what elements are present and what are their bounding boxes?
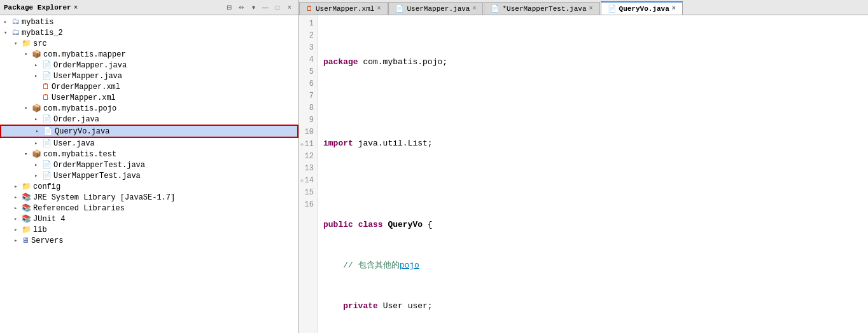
tree-item-ordermappertest-java[interactable]: ▸ 📄 OrderMapperTest.java — [0, 160, 298, 170]
arrow-icon: ▸ — [34, 161, 42, 168]
code-line-2 — [323, 97, 863, 109]
java-tab-icon: 📄 — [395, 4, 404, 13]
tab-usermapper-xml[interactable]: 🗒 UserMapper.xml × — [299, 2, 388, 15]
line-num-10: 10 — [302, 126, 314, 139]
tree-item-mybatis[interactable]: ▸ 🗂 mybatis — [0, 17, 298, 27]
arrow-icon: ▾ — [24, 51, 32, 58]
menu-button[interactable]: ▾ — [248, 3, 258, 13]
code-line-3: import java.util.List; — [323, 137, 863, 149]
config-icon: 📁 — [22, 182, 31, 191]
tab-close-icon[interactable]: × — [672, 5, 676, 12]
tree-item-order-java[interactable]: ▸ 📄 Order.java — [0, 114, 298, 125]
arrow-icon: ▸ — [14, 215, 22, 222]
tree-item-config[interactable]: ▸ 📁 config — [0, 181, 298, 192]
package-icon: 📦 — [32, 149, 41, 159]
arrow-icon: ▸ — [14, 226, 22, 233]
line-num-15: 15 — [302, 187, 314, 199]
tree-item-test-pkg[interactable]: ▾ 📦 com.mybatis.test — [0, 149, 298, 160]
tree-item-mapper-pkg[interactable]: ▾ 📦 com.mybatis.mapper — [0, 49, 298, 60]
tree-item-reflib[interactable]: ▸ 📚 Referenced Libraries — [0, 203, 298, 214]
tab-close-icon[interactable]: × — [472, 5, 476, 12]
arrow-icon: ▸ — [4, 18, 11, 25]
java-icon: 📄 — [43, 126, 53, 136]
tree-item-lib[interactable]: ▸ 📁 lib — [0, 224, 298, 235]
link-editor-button[interactable]: ⇔ — [236, 3, 246, 13]
tree-item-label: JRE System Library [JavaSE-1.7] — [33, 193, 175, 202]
xml-tab-icon: 🗒 — [306, 4, 313, 13]
code-line-7: private User user; — [323, 300, 863, 312]
tab-label: QueryVo.java — [619, 5, 669, 13]
tree-item-jre[interactable]: ▸ 📚 JRE System Library [JavaSE-1.7] — [0, 192, 298, 203]
arrow-icon: ▸ — [36, 128, 43, 135]
package-icon: 📦 — [32, 104, 41, 113]
xml-icon: 🗒 — [42, 93, 50, 102]
tree-item-label: OrderMapper.xml — [52, 83, 120, 92]
tree-item-user-java[interactable]: ▸ 📄 User.java — [0, 138, 298, 149]
arrow-icon: ▾ — [14, 40, 22, 47]
tab-close-icon[interactable]: × — [589, 5, 593, 12]
line-num-4: 4 — [302, 54, 314, 66]
arrow-icon: ▸ — [34, 72, 42, 79]
tree-item-label: lib — [33, 226, 47, 234]
code-area[interactable]: package com.mybatis.pojo; import java.ut… — [318, 15, 868, 333]
arrow-icon: ▾ — [24, 151, 32, 158]
tree-item-servers[interactable]: ▸ 🖥 Servers — [0, 235, 298, 246]
tree-item-label: com.mybatis.test — [43, 150, 116, 159]
line-num-7: 7 — [302, 90, 314, 102]
arrow-icon: ▸ — [14, 237, 22, 244]
main-layout: Package Explorer × ⊟ ⇔ ▾ — □ × ▸ 🗂 mybat… — [0, 0, 868, 333]
arrow-icon: ▸ — [14, 205, 22, 212]
tab-usermappertest-java[interactable]: 📄 *UserMapperTest.java × — [484, 2, 599, 15]
collapse-all-button[interactable]: ⊟ — [224, 3, 234, 13]
tree-item-mybatis2[interactable]: ▾ 🗂 mybatis_2 — [0, 27, 298, 38]
java-icon: 📄 — [42, 60, 52, 70]
arrow-icon: ▸ — [34, 94, 42, 101]
tree-item-junit4[interactable]: ▸ 📚 JUnit 4 — [0, 214, 298, 224]
java-tab-icon: 📄 — [491, 4, 500, 13]
tree-item-usermapper-java[interactable]: ▸ 📄 UserMapper.java — [0, 71, 298, 81]
tree-item-label: mybatis — [22, 18, 53, 27]
tree-item-ordermapper-xml[interactable]: ▸ 🗒 OrderMapper.xml — [0, 81, 298, 92]
maximize-button[interactable]: □ — [272, 3, 283, 13]
panel-close-icon[interactable]: × — [74, 4, 78, 11]
editor-tabs: 🗒 UserMapper.xml × 📄 UserMapper.java × 📄… — [299, 0, 868, 15]
line-num-14: 14⊖ — [302, 175, 314, 187]
line-num-9: 9 — [302, 114, 314, 126]
minimize-button[interactable]: — — [260, 3, 270, 13]
line-num-1: 1 — [302, 18, 314, 30]
tab-usermapper-java[interactable]: 📄 UserMapper.java × — [388, 2, 483, 15]
junit-icon: 📚 — [22, 214, 31, 224]
panel-header: Package Explorer × ⊟ ⇔ ▾ — □ × — [0, 0, 298, 15]
server-icon: 🖥 — [22, 236, 29, 245]
java-icon: 📄 — [42, 71, 52, 81]
tree-item-label: config — [33, 182, 60, 191]
tree-item-queryvo-java[interactable]: ▸ 📄 QueryVo.java — [0, 125, 298, 138]
tab-close-icon[interactable]: × — [377, 5, 381, 12]
tree-item-label: com.mybatis.pojo — [43, 104, 116, 113]
project-icon: 🗂 — [11, 17, 20, 27]
package-icon: 📦 — [32, 50, 41, 59]
tree-item-label: com.mybatis.mapper — [43, 50, 126, 59]
tree-item-label: UserMapper.xml — [52, 93, 116, 102]
tab-label: *UserMapperTest.java — [502, 5, 586, 13]
tree-item-src[interactable]: ▾ 📁 src — [0, 38, 298, 49]
keyword: public — [323, 219, 353, 231]
tree-item-label: Referenced Libraries — [33, 204, 125, 213]
tab-queryvo-java[interactable]: 📄 QueryVo.java × — [601, 1, 683, 15]
tree-item-ordermapper-java[interactable]: ▸ 📄 OrderMapper.java — [0, 60, 298, 71]
line-num-6: 6 — [302, 78, 314, 90]
editor-panel: 🗒 UserMapper.xml × 📄 UserMapper.java × 📄… — [299, 0, 868, 333]
pojo-link: pojo — [400, 259, 419, 271]
tree-item-label: OrderMapper.java — [53, 61, 127, 70]
tree-item-pojo-pkg[interactable]: ▾ 📦 com.mybatis.pojo — [0, 103, 298, 114]
tree-item-usermapper-xml[interactable]: ▸ 🗒 UserMapper.xml — [0, 92, 298, 103]
line-num-5: 5 — [302, 66, 314, 78]
tree-item-label: User.java — [53, 139, 95, 148]
lib-icon: 📚 — [22, 203, 31, 213]
tree-item-label: UserMapperTest.java — [53, 172, 141, 180]
code-line-1: package com.mybatis.pojo; — [323, 56, 863, 68]
package-explorer-panel: Package Explorer × ⊟ ⇔ ▾ — □ × ▸ 🗂 mybat… — [0, 0, 299, 333]
close-button[interactable]: × — [284, 3, 295, 13]
tree-item-usermappertest-java[interactable]: ▸ 📄 UserMapperTest.java — [0, 170, 298, 181]
code-line-4 — [323, 178, 863, 190]
